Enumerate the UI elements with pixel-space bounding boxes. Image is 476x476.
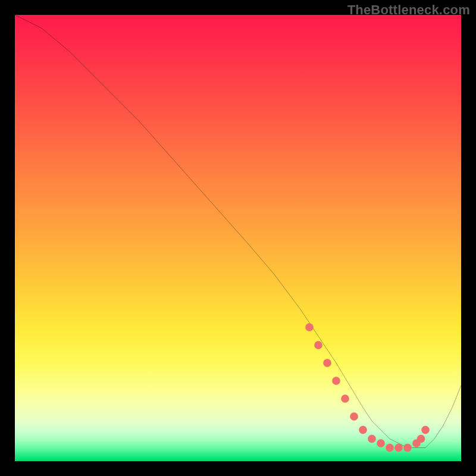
- highlight-dot: [403, 444, 412, 452]
- highlight-dot: [305, 323, 314, 331]
- main-line-group: [15, 15, 461, 448]
- highlight-dot: [332, 377, 340, 385]
- highlight-dot: [314, 341, 322, 349]
- highlight-dot: [323, 359, 331, 367]
- chart-frame: TheBottleneck.com: [0, 0, 476, 476]
- highlight-dot: [368, 435, 376, 443]
- chart-svg: [15, 15, 461, 461]
- highlight-dot: [394, 444, 403, 452]
- main-curve: [15, 15, 461, 448]
- highlight-dot: [350, 412, 358, 421]
- highlight-dot: [421, 426, 430, 434]
- highlight-dot: [359, 426, 367, 434]
- highlight-dot: [341, 394, 349, 403]
- highlight-dots-group: [305, 323, 430, 452]
- highlight-dot: [386, 444, 394, 452]
- highlight-dot: [417, 435, 425, 443]
- highlight-dot: [377, 439, 385, 447]
- watermark-text: TheBottleneck.com: [347, 2, 470, 18]
